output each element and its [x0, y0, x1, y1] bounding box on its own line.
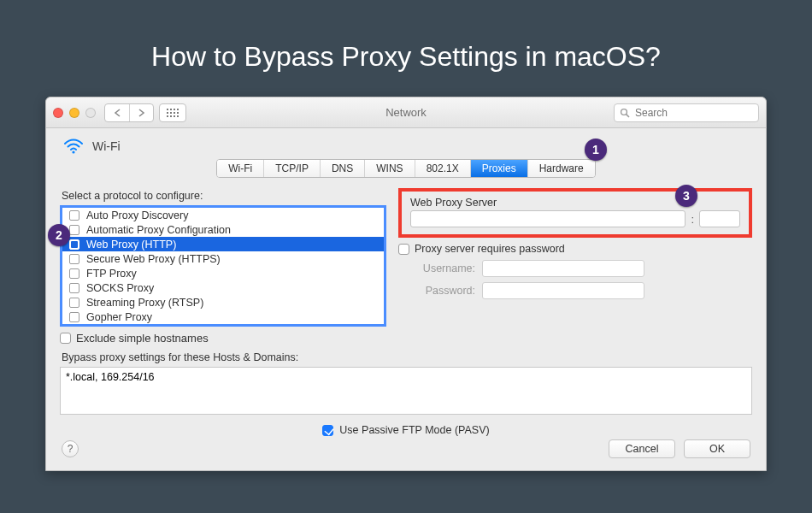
bypass-hosts-input[interactable] [60, 367, 752, 415]
svg-rect-8 [167, 115, 168, 117]
protocol-list: Auto Proxy Discovery Automatic Proxy Con… [60, 205, 386, 327]
tab-tcpip[interactable]: TCP/IP [263, 160, 320, 177]
show-all-button[interactable] [159, 103, 186, 122]
protocol-item-selected[interactable]: Web Proxy (HTTP) [62, 237, 384, 251]
protocol-label: Gopher Proxy [86, 311, 152, 323]
network-service-name: Wi-Fi [92, 139, 121, 153]
annotation-badge-1: 1 [585, 139, 607, 161]
nav-back-forward [104, 103, 154, 122]
svg-rect-6 [174, 112, 175, 114]
annotation-badge-3: 3 [675, 185, 697, 207]
help-button[interactable]: ? [62, 440, 79, 457]
close-icon[interactable] [53, 108, 63, 118]
password-label: Password: [398, 285, 475, 297]
checkbox-icon[interactable] [69, 239, 79, 250]
protocol-label: Secure Web Proxy (HTTPS) [86, 253, 221, 265]
exclude-hostnames-row[interactable]: Exclude simple hostnames [60, 332, 386, 345]
checkbox-icon[interactable] [69, 210, 79, 221]
username-label: Username: [398, 262, 475, 274]
cancel-button[interactable]: Cancel [609, 439, 675, 458]
traffic-lights [53, 108, 96, 118]
protocol-label: Streaming Proxy (RTSP) [86, 297, 203, 309]
annotation-badge-2: 2 [48, 224, 70, 246]
svg-rect-7 [177, 112, 179, 114]
network-service-row: Wi-Fi [63, 139, 752, 154]
checkbox-icon[interactable] [69, 298, 79, 308]
protocol-label: FTP Proxy [86, 268, 137, 280]
checkbox-icon[interactable] [60, 333, 71, 344]
proxy-server-section: 3 Web Proxy Server : [398, 188, 752, 238]
requires-password-row[interactable]: Proxy server requires password [398, 243, 752, 255]
username-input[interactable] [482, 260, 644, 277]
protocol-item[interactable]: Gopher Proxy [62, 310, 384, 324]
svg-rect-2 [174, 109, 175, 110]
tab-wins[interactable]: WINS [364, 160, 414, 177]
back-button[interactable] [105, 104, 129, 121]
svg-point-14 [72, 150, 74, 153]
username-row: Username: [398, 260, 752, 277]
protocol-item[interactable]: Automatic Proxy Configuration [62, 222, 384, 237]
checkbox-icon[interactable] [69, 283, 79, 293]
protocol-item[interactable]: Auto Proxy Discovery [62, 208, 384, 222]
protocol-item[interactable]: Secure Web Proxy (HTTPS) [62, 251, 384, 266]
proxy-port-input[interactable] [699, 210, 740, 227]
ok-button[interactable]: OK [684, 439, 750, 458]
svg-rect-3 [177, 109, 179, 110]
search-input[interactable] [635, 107, 763, 119]
minimize-icon[interactable] [69, 108, 79, 118]
window-title: Network [385, 106, 427, 119]
protocol-label: Web Proxy (HTTP) [86, 239, 176, 251]
protocol-item[interactable]: FTP Proxy [62, 266, 384, 280]
password-input[interactable] [482, 282, 644, 299]
tab-8021x[interactable]: 802.1X [415, 160, 470, 177]
passive-ftp-row[interactable]: Use Passive FTP Mode (PASV) [60, 424, 752, 436]
svg-rect-11 [177, 115, 179, 117]
checkbox-checked-icon[interactable] [322, 425, 333, 436]
forward-button[interactable] [129, 104, 153, 121]
checkbox-icon[interactable] [69, 268, 79, 279]
bypass-label: Bypass proxy settings for these Hosts & … [62, 351, 752, 363]
tab-wifi[interactable]: Wi-Fi [217, 160, 263, 177]
passive-ftp-label: Use Passive FTP Mode (PASV) [339, 424, 489, 436]
tab-dns[interactable]: DNS [320, 160, 364, 177]
protocol-list-label: Select a protocol to configure: [62, 190, 386, 202]
requires-password-label: Proxy server requires password [415, 243, 565, 255]
window-titlebar: Network [46, 97, 766, 128]
password-row: Password: [398, 282, 752, 299]
protocol-item[interactable]: Streaming Proxy (RTSP) [62, 295, 384, 310]
search-icon [620, 108, 630, 118]
checkbox-icon[interactable] [69, 254, 79, 264]
host-port-separator: : [691, 213, 694, 226]
svg-rect-4 [167, 112, 168, 114]
network-preferences-window: Network Wi-Fi 1 Wi-Fi TCP/IP DNS WINS 80… [45, 97, 767, 471]
protocol-item[interactable]: SOCKS Proxy [62, 280, 384, 295]
proxy-host-input[interactable] [410, 210, 685, 227]
page-title: How to Bypass Proxy Settings in macOS? [0, 0, 812, 97]
zoom-icon[interactable] [85, 108, 96, 118]
svg-line-13 [627, 114, 629, 116]
svg-rect-1 [170, 109, 172, 110]
svg-point-12 [621, 109, 627, 115]
checkbox-icon[interactable] [69, 312, 79, 322]
checkbox-icon[interactable] [69, 225, 79, 235]
protocol-label: SOCKS Proxy [86, 282, 154, 294]
wifi-icon [63, 139, 84, 154]
protocol-label: Automatic Proxy Configuration [86, 224, 231, 236]
settings-tabs: Wi-Fi TCP/IP DNS WINS 802.1X Proxies Har… [216, 159, 595, 178]
search-field[interactable] [614, 103, 759, 122]
svg-rect-9 [170, 115, 172, 117]
protocol-label: Auto Proxy Discovery [86, 209, 188, 221]
svg-rect-10 [174, 115, 175, 117]
tab-hardware[interactable]: Hardware [527, 160, 595, 177]
svg-rect-0 [167, 109, 168, 110]
exclude-hostnames-label: Exclude simple hostnames [76, 332, 209, 345]
svg-rect-5 [170, 112, 172, 114]
checkbox-icon[interactable] [398, 244, 409, 255]
tab-proxies[interactable]: Proxies [470, 160, 527, 177]
